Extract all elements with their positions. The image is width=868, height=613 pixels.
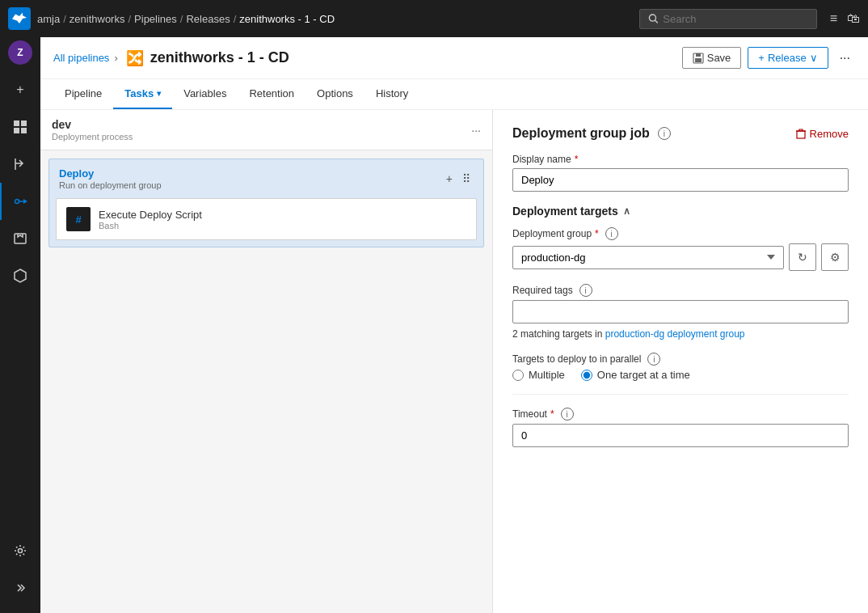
deployment-group-select[interactable]: production-dg (512, 246, 784, 269)
svg-point-11 (19, 549, 23, 553)
remove-button[interactable]: Remove (795, 128, 849, 140)
radio-group: Multiple One target at a time (512, 369, 849, 381)
breadcrumb-releases[interactable]: Releases (186, 13, 230, 25)
required-tags-input[interactable] (512, 300, 849, 323)
svg-rect-3 (21, 120, 27, 126)
breadcrumb-amja[interactable]: amja (37, 13, 60, 25)
release-button[interactable]: + Release ∨ (748, 47, 828, 69)
sidebar-item-expand[interactable] (0, 569, 40, 607)
pipeline-icon: 🔀 (126, 49, 144, 67)
save-icon (693, 53, 704, 64)
required-tags-label: Required tags i (512, 284, 849, 297)
stage-sub: Deployment process (52, 132, 471, 142)
deployment-group-link[interactable]: production-dg deployment group (605, 328, 745, 340)
svg-marker-10 (15, 269, 26, 282)
timeout-label: Timeout * i (512, 408, 849, 421)
sidebar-item-repos[interactable] (0, 146, 40, 183)
deployment-group-star: * (595, 228, 599, 239)
tab-tasks[interactable]: Tasks ▾ (113, 79, 172, 109)
task-group-name: Deploy (59, 167, 436, 180)
main-container: Z + All pipelines (0, 37, 868, 613)
task-item[interactable]: # Execute Deploy Script Bash (56, 198, 477, 240)
deployment-group-label: Deployment group * i (512, 227, 849, 240)
display-name-group: Display name * (512, 154, 849, 192)
job-header-row: Deployment group job i Remove (512, 126, 849, 141)
content-area: All pipelines › 🔀 zenithworks - 1 - CD S… (40, 37, 868, 613)
job-info-icon[interactable]: i (658, 127, 671, 140)
svg-rect-15 (797, 131, 805, 138)
basket-icon[interactable]: 🛍 (847, 11, 860, 26)
svg-rect-2 (14, 120, 19, 126)
refresh-button[interactable]: ↻ (789, 243, 816, 271)
required-tags-info-icon[interactable]: i (579, 284, 592, 297)
top-nav-icons: ≡ 🛍 (830, 11, 860, 26)
deployment-group-info-icon[interactable]: i (605, 227, 618, 240)
timeout-field: Timeout * i (512, 408, 849, 447)
split-pane: dev Deployment process ··· Deploy Run on… (40, 110, 868, 613)
targets-parallel-info-icon[interactable]: i (647, 353, 660, 366)
menu-icon[interactable]: ≡ (830, 11, 837, 26)
sidebar-item-testplans[interactable] (0, 220, 40, 257)
sidebar-item-pipelines[interactable] (0, 183, 40, 220)
deployment-targets-title[interactable]: Deployment targets ∧ (512, 205, 849, 218)
tab-variables[interactable]: Variables (172, 79, 238, 109)
settings-button[interactable]: ⚙ (821, 243, 849, 271)
stage-more-button[interactable]: ··· (471, 124, 481, 137)
search-input[interactable] (663, 13, 807, 25)
save-button[interactable]: Save (682, 47, 742, 69)
targets-parallel-field: Targets to deploy to in parallel i Multi… (512, 353, 849, 381)
task-drag-button[interactable]: ⠿ (459, 171, 474, 187)
breadcrumb-pipelines[interactable]: Pipelines (134, 13, 177, 25)
more-button[interactable]: ··· (835, 48, 855, 69)
task-item-name: Execute Deploy Script (99, 209, 202, 221)
multiple-option[interactable]: Multiple (512, 369, 565, 381)
timeout-info-icon[interactable]: i (561, 408, 574, 421)
svg-rect-13 (696, 53, 701, 57)
search-box[interactable] (639, 9, 817, 29)
breadcrumb-zenithworks[interactable]: zenithworks (70, 13, 125, 25)
tab-history[interactable]: History (364, 79, 419, 109)
sidebar-item-add[interactable]: + (0, 71, 40, 108)
display-name-input[interactable] (512, 168, 849, 192)
task-group-sub: Run on deployment group (59, 180, 436, 190)
task-add-button[interactable]: + (443, 171, 456, 187)
tab-options[interactable]: Options (305, 79, 364, 109)
multiple-radio[interactable] (512, 370, 524, 381)
page-header-actions: Save + Release ∨ ··· (682, 47, 855, 69)
one-target-radio[interactable] (581, 370, 592, 381)
stage-header: dev Deployment process ··· (40, 110, 492, 150)
right-pane: Deployment group job i Remove Display na… (493, 110, 868, 613)
timeout-input[interactable] (512, 424, 849, 447)
one-target-option[interactable]: One target at a time (581, 369, 690, 381)
sidebar-item-artifacts[interactable] (0, 257, 40, 294)
avatar[interactable]: Z (8, 40, 32, 65)
task-group-header[interactable]: Deploy Run on deployment group + ⠿ (49, 159, 483, 198)
trash-icon (795, 128, 807, 139)
tab-pipeline[interactable]: Pipeline (53, 79, 113, 109)
left-pane: dev Deployment process ··· Deploy Run on… (40, 110, 493, 613)
sidebar-item-boards[interactable] (0, 108, 40, 146)
job-title: Deployment group job (512, 126, 650, 141)
task-item-sub: Bash (99, 221, 202, 230)
breadcrumb-current: zenithworks - 1 - CD (239, 13, 335, 25)
deployment-targets-section: Deployment targets ∧ Deployment group * … (512, 205, 849, 447)
svg-rect-4 (14, 128, 19, 133)
sidebar-item-settings[interactable] (0, 532, 40, 569)
task-group: Deploy Run on deployment group + ⠿ # (48, 159, 484, 247)
svg-point-6 (15, 200, 19, 204)
left-sidebar: Z + (0, 37, 40, 613)
svg-rect-5 (21, 128, 27, 133)
svg-rect-14 (695, 58, 702, 62)
timeout-star: * (550, 408, 554, 420)
deployment-group-row: production-dg ↻ ⚙ (512, 243, 849, 271)
logo[interactable] (8, 7, 31, 30)
top-nav: amja / zenithworks / Pipelines / Release… (0, 0, 868, 37)
page-title: zenithworks - 1 - CD (150, 49, 289, 66)
tabs-bar: Pipeline Tasks ▾ Variables Retention Opt… (40, 79, 868, 110)
all-pipelines-link[interactable]: All pipelines (53, 52, 109, 64)
required-tags-field: Required tags i 2 matching targets in pr… (512, 284, 849, 340)
tab-retention[interactable]: Retention (238, 79, 305, 109)
svg-point-0 (649, 15, 655, 21)
divider (512, 394, 849, 395)
page-header: All pipelines › 🔀 zenithworks - 1 - CD S… (40, 37, 868, 79)
